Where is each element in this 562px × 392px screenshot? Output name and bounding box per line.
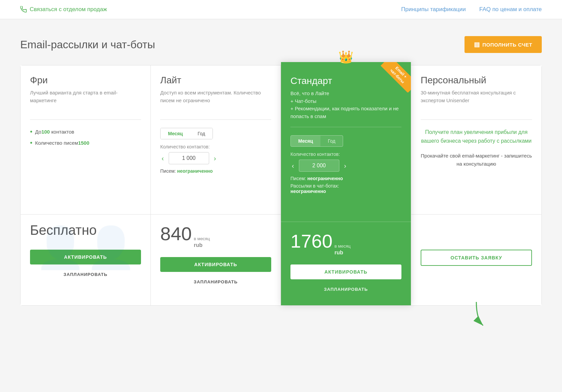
plan-light-footer: 840 в месяц rub АКТИВИРОВАТЬ ЗАПЛАНИРОВА… [151,214,281,298]
standard-price-currency: rub [335,250,343,256]
plan-free-name: Фри [30,75,141,86]
plan-personal-footer: ОСТАВИТЬ ЗАЯВКУ [411,214,541,279]
feature-contacts: До 100 контактов [30,128,141,136]
plan-free-desc: Лучший варианта для старта в email-марке… [30,89,141,104]
plan-light-period-toggle: Месяц Год [160,128,213,139]
contacts-highlight: 100 [41,129,50,135]
standard-chatbots-value: неограниченно [290,189,326,194]
plan-personal-header: Персональный 30-минутная бесплатная конс… [411,65,541,119]
standard-activate-button[interactable]: АКТИВИРОВАТЬ [290,264,401,279]
phone-icon [20,6,27,13]
standard-desc-line2: + Чат-боты [290,98,316,104]
plan-standard: 👑 Email +чат-боты Стандарт Всё, что в Ла… [281,62,411,305]
standard-chatbots-info: Рассылки в чат-ботах: неограниченно [290,183,401,194]
plan-light: Лайт Доступ ко всем инструментам. Количе… [151,65,281,305]
main-content: Email-рассылки и чат-боты ▤ ПОПОЛНИТЬ СЧ… [0,19,562,326]
standard-contacts-increase[interactable]: › [343,162,348,170]
plan-light-header: Лайт Доступ ко всем инструментам. Количе… [151,65,281,119]
standard-price-suffix: в месяц rub [335,244,351,256]
top-bar: Связаться с отделом продаж Принципы тари… [0,0,562,19]
faq-link[interactable]: FAQ по ценам и оплате [479,6,542,13]
light-month-btn[interactable]: Месяц [161,128,190,139]
badge-text: Email +чат-боты [381,62,411,92]
free-activate-button[interactable]: АКТИВИРОВАТЬ [30,250,141,264]
emails-highlight: 1500 [78,140,89,146]
light-contacts-increase[interactable]: › [213,155,218,162]
light-year-btn[interactable]: Год [190,128,213,139]
standard-contacts-counter: ‹ › [290,160,401,172]
personal-submit-button[interactable]: ОСТАВИТЬ ЗАЯВКУ [421,250,532,266]
standard-year-btn[interactable]: Год [320,136,343,146]
crown-icon: 👑 [338,50,354,64]
light-price-currency: rub [194,242,202,248]
plan-personal-name: Персональный [421,75,532,86]
light-contacts-counter: ‹ › [160,152,271,164]
standard-emails-value: неограниченно [307,176,343,181]
feature-emails: Количество писем 1500 [30,139,141,147]
standard-contacts-label: Количество контактов: [290,151,401,157]
standard-price-period: в месяц [335,244,351,249]
plan-personal-body: Получите план увеличения прибыли для ваш… [411,120,541,214]
plan-free-footer: Бесплатно АКТИВИРОВАТЬ ЗАПЛАНИРОВАТЬ [21,214,150,290]
light-schedule-button[interactable]: ЗАПЛАНИРОВАТЬ [160,275,271,288]
plan-free-header: Фри Лучший варианта для старта в email-м… [21,65,150,119]
standard-desc-line3: + Рекомендации, как поднять показатели и… [290,106,399,119]
top-bar-links: Принципы тарификации FAQ по ценам и опла… [401,6,542,13]
plan-free-features: До 100 контактов Количество писем 1500 [30,128,141,147]
standard-desc-line1: Всё, что в Лайте [290,90,329,96]
plan-standard-desc: Всё, что в Лайте + Чат-боты + Рекомендац… [290,90,401,120]
light-price-period: в месяц [194,236,210,242]
page-header: Email-рассылки и чат-боты ▤ ПОПОЛНИТЬ СЧ… [20,36,542,53]
free-schedule-button[interactable]: ЗАПЛАНИРОВАТЬ [30,268,141,281]
light-price-suffix: в месяц rub [194,236,210,248]
light-price-amount: 840 [160,223,192,245]
plan-free-price: Бесплатно [30,223,141,243]
plan-personal: Персональный 30-минутная бесплатная конс… [411,65,541,305]
light-contacts-input[interactable] [169,152,209,164]
light-emails-value: неограниченно [177,168,213,174]
arrow-indicator [456,302,497,329]
plans-grid: Фри Лучший варианта для старта в email-м… [20,65,542,306]
plan-standard-price: 1760 в месяц rub [290,230,401,258]
standard-contacts-decrease[interactable]: ‹ [290,162,296,170]
plan-light-price: 840 в месяц rub [160,223,271,250]
plan-light-name: Лайт [160,75,271,86]
tariff-principles-link[interactable]: Принципы тарификации [401,6,466,13]
plan-standard-footer: 1760 в месяц rub АКТИВИРОВАТЬ ЗАПЛАНИРОВ… [281,222,411,305]
page-title: Email-рассылки и чат-боты [20,38,155,51]
standard-schedule-button[interactable]: ЗАПЛАНИРОВАТЬ [290,283,401,296]
light-activate-button[interactable]: АКТИВИРОВАТЬ [160,257,271,272]
plan-free-body: До 100 контактов Количество писем 1500 👤… [21,120,150,214]
standard-price-amount: 1760 [290,230,333,252]
plan-light-desc: Доступ ко всем инструментам. Количество … [160,89,271,104]
light-emails-info: Писем: неограниченно [160,168,271,174]
card-icon: ▤ [474,41,480,48]
price-free-label: Бесплатно [30,223,97,238]
plan-personal-desc: 30-минутная бесплатная консультация с эк… [421,89,532,104]
personal-promo-text: Получите план увеличения прибыли для ваш… [421,128,532,145]
top-up-button[interactable]: ▤ ПОПОЛНИТЬ СЧЕТ [465,36,542,53]
standard-month-btn[interactable]: Месяц [291,136,320,146]
plan-standard-period-toggle: Месяц Год [290,135,343,147]
top-up-label: ПОПОЛНИТЬ СЧЕТ [482,42,532,48]
personal-desc-text: Прокачайте свой email-маркетинг - запиши… [421,152,532,168]
plan-free: Фри Лучший варианта для старта в email-м… [21,65,151,305]
contact-sales-text: Связаться с отделом продаж [30,6,107,13]
contact-sales-link[interactable]: Связаться с отделом продаж [20,6,107,13]
badge-wrap: Email +чат-боты [381,62,411,92]
light-contacts-decrease[interactable]: ‹ [160,155,165,162]
standard-emails-info: Писем: неограниченно [290,176,401,181]
plan-personal-price [421,223,532,243]
plan-light-body: Месяц Год Количество контактов: ‹ › Писе… [151,120,281,214]
plan-standard-body: Месяц Год Количество контактов: ‹ › Писе… [281,127,411,222]
standard-contacts-input[interactable] [299,160,339,172]
light-contacts-label: Количество контактов: [160,144,271,149]
